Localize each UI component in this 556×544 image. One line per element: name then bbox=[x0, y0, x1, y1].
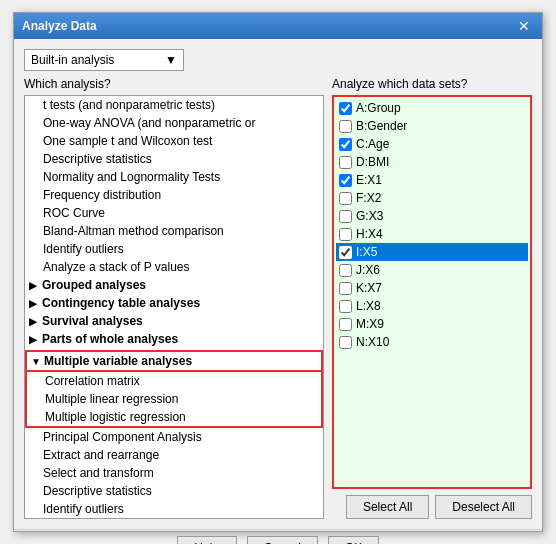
list-item-group-parts-whole[interactable]: ▶Parts of whole analyses bbox=[25, 330, 323, 348]
dropdown-label: Built-in analysis bbox=[31, 53, 114, 67]
list-item-group-survival[interactable]: ▶Survival analyses bbox=[25, 312, 323, 330]
list-item-identify-outliers2[interactable]: Identify outliers bbox=[25, 500, 323, 518]
dataset-label-M-X9: M:X9 bbox=[356, 317, 384, 331]
dropdown-row: Built-in analysis ▼ bbox=[24, 49, 532, 71]
dataset-checkbox-H-X4[interactable] bbox=[339, 228, 352, 241]
dataset-label-A-Group: A:Group bbox=[356, 101, 401, 115]
right-panel-label: Analyze which data sets? bbox=[332, 77, 532, 91]
dataset-label-J-X6: J:X6 bbox=[356, 263, 380, 277]
dataset-checkbox-I-X5[interactable] bbox=[339, 246, 352, 259]
dataset-checkbox-G-X3[interactable] bbox=[339, 210, 352, 223]
dataset-label-F-X2: F:X2 bbox=[356, 191, 381, 205]
list-item-normality[interactable]: Normality and Lognormality Tests bbox=[25, 168, 323, 186]
dataset-item-F-X2[interactable]: F:X2 bbox=[336, 189, 528, 207]
list-item-one-sample-t[interactable]: One sample t and Wilcoxon test bbox=[25, 132, 323, 150]
list-item-identify-outliers[interactable]: Identify outliers bbox=[25, 240, 323, 258]
dataset-item-J-X6[interactable]: J:X6 bbox=[336, 261, 528, 279]
dataset-item-C-Age[interactable]: C:Age bbox=[336, 135, 528, 153]
list-item-group-contingency[interactable]: ▶Contingency table analyses bbox=[25, 294, 323, 312]
expand-icon-survival: ▶ bbox=[29, 316, 39, 327]
group-label-parts-whole: Parts of whole analyses bbox=[42, 332, 178, 346]
dataset-item-D-BMI[interactable]: D:BMI bbox=[336, 153, 528, 171]
right-panel: Analyze which data sets? A:GroupB:Gender… bbox=[332, 77, 532, 519]
analysis-type-dropdown[interactable]: Built-in analysis ▼ bbox=[24, 49, 184, 71]
dialog-title: Analyze Data bbox=[22, 19, 97, 33]
list-item-roc-curve[interactable]: ROC Curve bbox=[25, 204, 323, 222]
expand-icon-grouped-analyses: ▶ bbox=[29, 280, 39, 291]
dropdown-arrow: ▼ bbox=[165, 53, 177, 67]
dataset-checkbox-J-X6[interactable] bbox=[339, 264, 352, 277]
select-all-button[interactable]: Select All bbox=[346, 495, 429, 519]
list-item-select-transform[interactable]: Select and transform bbox=[25, 464, 323, 482]
list-item-bland-altman[interactable]: Bland-Altman method comparison bbox=[25, 222, 323, 240]
dataset-label-E-X1: E:X1 bbox=[356, 173, 382, 187]
dataset-label-D-BMI: D:BMI bbox=[356, 155, 389, 169]
dataset-checkbox-D-BMI[interactable] bbox=[339, 156, 352, 169]
list-item-oneway-anova[interactable]: One-way ANOVA (and nonparametric or bbox=[25, 114, 323, 132]
dataset-label-G-X3: G:X3 bbox=[356, 209, 383, 223]
list-item-t-tests[interactable]: t tests (and nonparametric tests) bbox=[25, 96, 323, 114]
content-row: Which analysis? t tests (and nonparametr… bbox=[24, 77, 532, 519]
group-label-contingency: Contingency table analyses bbox=[42, 296, 200, 310]
dataset-checkbox-M-X9[interactable] bbox=[339, 318, 352, 331]
dataset-label-K-X7: K:X7 bbox=[356, 281, 382, 295]
dataset-item-M-X9[interactable]: M:X9 bbox=[336, 315, 528, 333]
select-buttons-row: Select All Deselect All bbox=[332, 495, 532, 519]
analysis-list[interactable]: t tests (and nonparametric tests)One-way… bbox=[24, 95, 324, 519]
list-item-stack-p[interactable]: Analyze a stack of P values bbox=[25, 258, 323, 276]
list-item-multiple-logistic[interactable]: Multiple logistic regression bbox=[25, 408, 323, 428]
dataset-item-K-X7[interactable]: K:X7 bbox=[336, 279, 528, 297]
list-item-correlation-matrix[interactable]: Correlation matrix bbox=[25, 372, 323, 390]
dataset-label-C-Age: C:Age bbox=[356, 137, 389, 151]
close-button[interactable]: ✕ bbox=[514, 18, 534, 34]
left-panel: Which analysis? t tests (and nonparametr… bbox=[24, 77, 324, 519]
list-item-descriptive-stats[interactable]: Descriptive statistics bbox=[25, 150, 323, 168]
dataset-checkbox-A-Group[interactable] bbox=[339, 102, 352, 115]
list-item-multiple-linear[interactable]: Multiple linear regression bbox=[25, 390, 323, 408]
dataset-checkbox-L-X8[interactable] bbox=[339, 300, 352, 313]
deselect-all-button[interactable]: Deselect All bbox=[435, 495, 532, 519]
group-label-survival: Survival analyses bbox=[42, 314, 143, 328]
cancel-button[interactable]: Cancel bbox=[247, 536, 318, 544]
dataset-item-L-X8[interactable]: L:X8 bbox=[336, 297, 528, 315]
list-item-group-multiple-var[interactable]: ▼Multiple variable analyses bbox=[25, 350, 323, 372]
dataset-checkbox-B-Gender[interactable] bbox=[339, 120, 352, 133]
dialog-body: Built-in analysis ▼ Which analysis? t te… bbox=[14, 39, 542, 529]
left-panel-label: Which analysis? bbox=[24, 77, 324, 91]
list-item-extract-rearrange[interactable]: Extract and rearrange bbox=[25, 446, 323, 464]
group-label-multiple-var: Multiple variable analyses bbox=[44, 354, 192, 368]
dataset-checkbox-E-X1[interactable] bbox=[339, 174, 352, 187]
dataset-label-L-X8: L:X8 bbox=[356, 299, 381, 313]
dataset-label-N-X10: N:X10 bbox=[356, 335, 389, 349]
list-item-desc-stats2[interactable]: Descriptive statistics bbox=[25, 482, 323, 500]
title-bar: Analyze Data ✕ bbox=[14, 13, 542, 39]
dataset-item-H-X4[interactable]: H:X4 bbox=[336, 225, 528, 243]
dataset-list: A:GroupB:GenderC:AgeD:BMIE:X1F:X2G:X3H:X… bbox=[332, 95, 532, 489]
list-item-pca[interactable]: Principal Component Analysis bbox=[25, 428, 323, 446]
ok-button[interactable]: OK bbox=[328, 536, 379, 544]
list-item-freq-dist[interactable]: Frequency distribution bbox=[25, 186, 323, 204]
dataset-checkbox-K-X7[interactable] bbox=[339, 282, 352, 295]
dataset-checkbox-F-X2[interactable] bbox=[339, 192, 352, 205]
list-item-group-grouped-analyses[interactable]: ▶Grouped analyses bbox=[25, 276, 323, 294]
dataset-item-I-X5[interactable]: I:X5 bbox=[336, 243, 528, 261]
dataset-checkbox-C-Age[interactable] bbox=[339, 138, 352, 151]
expand-icon-contingency: ▶ bbox=[29, 298, 39, 309]
group-label-grouped-analyses: Grouped analyses bbox=[42, 278, 146, 292]
help-button[interactable]: Help bbox=[177, 536, 237, 544]
dataset-label-H-X4: H:X4 bbox=[356, 227, 383, 241]
bottom-bar: Help Cancel OK bbox=[14, 529, 542, 544]
dataset-item-E-X1[interactable]: E:X1 bbox=[336, 171, 528, 189]
dataset-item-B-Gender[interactable]: B:Gender bbox=[336, 117, 528, 135]
dataset-label-B-Gender: B:Gender bbox=[356, 119, 407, 133]
dataset-checkbox-N-X10[interactable] bbox=[339, 336, 352, 349]
dataset-item-G-X3[interactable]: G:X3 bbox=[336, 207, 528, 225]
expand-icon-parts-whole: ▶ bbox=[29, 334, 39, 345]
dataset-item-A-Group[interactable]: A:Group bbox=[336, 99, 528, 117]
analyze-data-dialog: Analyze Data ✕ Built-in analysis ▼ Which… bbox=[13, 12, 543, 532]
dataset-label-I-X5: I:X5 bbox=[356, 245, 377, 259]
dataset-item-N-X10[interactable]: N:X10 bbox=[336, 333, 528, 351]
expand-icon-multiple-var: ▼ bbox=[31, 356, 41, 367]
